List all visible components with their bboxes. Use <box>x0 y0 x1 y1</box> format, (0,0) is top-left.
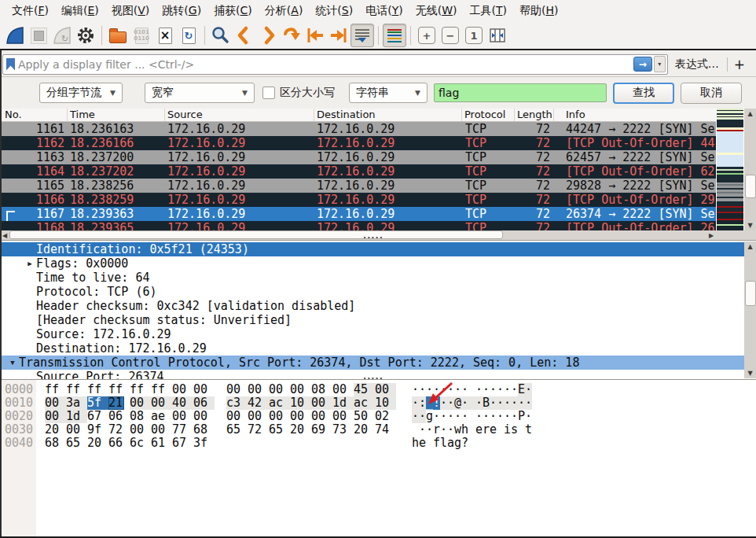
menu-item[interactable]: 工具(T) <box>464 2 512 20</box>
ascii-char[interactable] <box>518 423 525 437</box>
packet-row[interactable]: 116818.239365172.16.0.29172.16.0.29TCP72… <box>0 221 716 230</box>
hex-byte[interactable]: 72 <box>108 423 130 437</box>
ascii-char[interactable]: · <box>440 423 447 437</box>
hex-byte[interactable]: 1d <box>332 396 354 410</box>
last-packet-icon[interactable] <box>327 24 350 47</box>
hex-byte[interactable]: 00 <box>130 423 151 437</box>
ascii-char[interactable]: · <box>433 383 440 396</box>
ascii-char[interactable]: · <box>412 396 419 410</box>
ascii-char[interactable]: · <box>419 410 426 423</box>
ascii-char[interactable]: · <box>525 383 532 396</box>
ascii-char[interactable]: · <box>525 410 532 423</box>
ascii-char[interactable]: · <box>497 396 504 410</box>
ascii-char[interactable]: · <box>483 383 490 396</box>
hex-byte[interactable]: 20 <box>45 423 66 437</box>
hex-byte[interactable]: ac <box>354 396 375 410</box>
hex-byte[interactable]: 20 <box>87 437 108 450</box>
zoom-original-icon[interactable]: 1 <box>462 24 486 47</box>
ascii-char[interactable]: · <box>419 383 426 396</box>
hex-byte[interactable]: 00 <box>45 410 66 423</box>
ascii-char[interactable]: h <box>412 437 419 450</box>
ascii-char[interactable]: · <box>461 410 475 423</box>
hex-byte[interactable]: 00 <box>269 383 290 396</box>
add-filter-button[interactable]: + <box>734 57 745 72</box>
ascii-char[interactable]: · <box>497 383 504 396</box>
hex-byte[interactable]: 00 <box>151 396 172 410</box>
ascii-char[interactable]: P <box>518 410 525 423</box>
auto-scroll-icon[interactable] <box>350 24 374 47</box>
hex-byte[interactable]: 73 <box>332 423 354 437</box>
bookmark-icon[interactable] <box>6 58 15 71</box>
ascii-char[interactable]: · <box>454 410 461 423</box>
ascii-char[interactable]: · <box>412 410 419 423</box>
ascii-char[interactable]: · <box>433 410 440 423</box>
save-file-icon[interactable]: 01010110 <box>130 24 153 47</box>
ascii-char[interactable]: · <box>440 410 447 423</box>
ascii-char[interactable]: · <box>497 410 504 423</box>
display-filter-field[interactable]: → ▾ <box>2 54 668 75</box>
ascii-char[interactable]: · <box>412 383 419 396</box>
search-scope-select[interactable]: 分组字节流▼ <box>39 83 123 103</box>
scrollbar-thumb[interactable] <box>745 281 756 306</box>
pane-splitter-handle[interactable]: ····· <box>363 377 384 381</box>
ascii-char[interactable]: · <box>490 396 497 410</box>
ascii-char[interactable]: · <box>511 396 518 410</box>
ascii-char[interactable]: · <box>504 410 511 423</box>
hex-byte[interactable]: c3 <box>226 396 248 410</box>
hex-byte[interactable]: 3a <box>66 396 87 410</box>
hex-byte[interactable]: 67 <box>172 437 193 450</box>
menu-item[interactable]: 电话(Y) <box>360 2 409 20</box>
column-header-no[interactable]: No. <box>0 109 68 121</box>
hex-byte[interactable]: ff <box>108 383 130 396</box>
hex-byte[interactable]: 00 <box>290 410 311 423</box>
packet-list-vscrollbar[interactable]: ▲ ▼ <box>744 109 756 230</box>
hex-byte[interactable]: 20 <box>290 423 311 437</box>
menu-item[interactable]: 分析(A) <box>259 2 309 20</box>
packet-list-header[interactable]: No.TimeSourceDestinationProtocolLengthIn… <box>0 109 716 122</box>
hex-byte[interactable]: 00 <box>269 410 290 423</box>
hex-byte[interactable]: 65 <box>226 423 248 437</box>
ascii-char[interactable]: · <box>511 383 518 396</box>
hex-byte[interactable]: 1d <box>66 410 87 423</box>
detail-row[interactable]: Destination: 172.16.0.29 <box>0 341 756 356</box>
ascii-char[interactable]: · <box>454 383 461 396</box>
first-packet-icon[interactable] <box>303 24 327 47</box>
ascii-char[interactable]: ! <box>433 396 440 410</box>
colorize-icon[interactable] <box>383 24 406 47</box>
hex-byte[interactable]: 65 <box>269 423 290 437</box>
display-filter-input[interactable] <box>15 58 633 71</box>
ascii-char[interactable]: i <box>504 423 511 437</box>
hex-byte[interactable]: 21 <box>108 396 124 410</box>
detail-row[interactable]: ▶Flags: 0x0000 <box>0 256 756 271</box>
packet-row[interactable]: 116718.239363172.16.0.29172.16.0.29TCP72… <box>0 207 716 221</box>
ascii-char[interactable]: · <box>426 423 433 437</box>
ascii-char[interactable]: : <box>419 396 426 410</box>
menu-item[interactable]: 跳转(G) <box>156 2 207 20</box>
hex-byte[interactable]: ff <box>87 383 108 396</box>
ascii-char[interactable]: w <box>454 423 461 437</box>
ascii-char[interactable] <box>426 437 433 450</box>
ascii-char[interactable]: · <box>511 410 518 423</box>
go-to-packet-icon[interactable] <box>280 24 303 47</box>
go-back-icon[interactable] <box>233 24 256 47</box>
zoom-in-icon[interactable]: + <box>415 24 439 47</box>
column-header-destination[interactable]: Destination <box>314 109 462 121</box>
hex-byte[interactable]: ff <box>45 383 66 396</box>
ascii-char[interactable]: e <box>475 423 483 437</box>
start-capture-icon[interactable] <box>3 24 27 47</box>
ascii-char[interactable]: · <box>447 383 454 396</box>
hex-byte[interactable]: 3f <box>193 437 215 450</box>
hex-byte[interactable]: 02 <box>375 410 396 423</box>
menu-item[interactable]: 统计(S) <box>310 2 358 20</box>
menu-item[interactable]: 编辑(E) <box>56 2 105 20</box>
scroll-right-icon[interactable]: ▶ <box>706 230 716 240</box>
stop-capture-icon[interactable] <box>27 24 50 47</box>
detail-row[interactable]: Source: 172.16.0.29 <box>0 327 756 341</box>
packet-list-minimap[interactable] <box>717 109 743 230</box>
hex-byte[interactable]: 68 <box>45 437 66 450</box>
hex-byte[interactable]: 00 <box>172 410 193 423</box>
ascii-char[interactable]: · <box>483 410 490 423</box>
search-charset-select[interactable]: 宽窄▼ <box>145 83 255 103</box>
hex-byte[interactable]: 00 <box>375 383 396 396</box>
column-header-info[interactable]: Info <box>554 109 716 121</box>
